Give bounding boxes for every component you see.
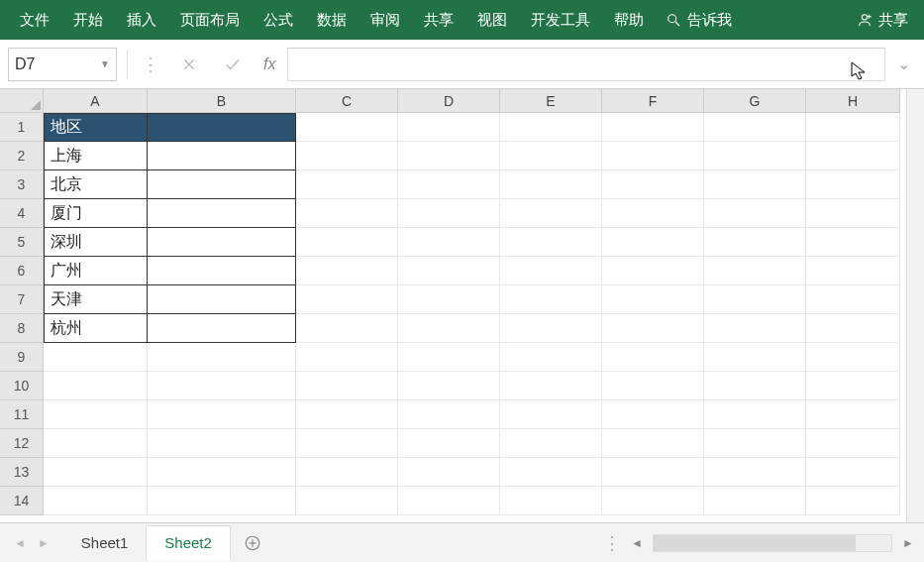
cell-E7[interactable] (500, 285, 602, 314)
cell-C5[interactable] (296, 228, 398, 257)
enter-formula-button[interactable] (214, 48, 252, 81)
row-header-8[interactable]: 8 (0, 314, 44, 343)
col-header-B[interactable]: B (148, 89, 296, 113)
cell-F11[interactable] (602, 400, 704, 429)
share-button[interactable]: 共享 (849, 11, 916, 30)
cell-C6[interactable] (296, 257, 398, 285)
row-header-7[interactable]: 7 (0, 285, 44, 314)
cell-B6[interactable] (148, 257, 296, 285)
row-header-9[interactable]: 9 (0, 343, 44, 372)
cell-C7[interactable] (296, 285, 398, 314)
cell-F8[interactable] (602, 314, 704, 343)
cell-E2[interactable] (500, 142, 602, 170)
cell-A9[interactable] (44, 343, 148, 372)
cell-D6[interactable] (398, 257, 500, 285)
sheet-nav-prev-icon[interactable]: ◄ (10, 532, 30, 554)
formula-input[interactable] (287, 48, 885, 81)
sheet-nav-next-icon[interactable]: ► (34, 532, 53, 554)
horizontal-scrollbar[interactable] (653, 534, 892, 552)
menu-view[interactable]: 视图 (465, 3, 519, 38)
cell-B7[interactable] (148, 285, 296, 314)
cell-C1[interactable] (296, 113, 398, 142)
hscroll-left-icon[interactable]: ◄ (627, 536, 647, 550)
cell-B13[interactable] (148, 458, 296, 487)
hscroll-right-icon[interactable]: ► (898, 536, 918, 550)
cell-G5[interactable] (704, 228, 806, 257)
cell-B12[interactable] (148, 429, 296, 458)
cell-H7[interactable] (806, 285, 900, 314)
col-header-F[interactable]: F (602, 89, 704, 113)
cell-C14[interactable] (296, 487, 398, 515)
cell-F14[interactable] (602, 487, 704, 515)
cell-G11[interactable] (704, 400, 806, 429)
cell-A1[interactable]: 地区 (44, 113, 148, 142)
menu-devtools[interactable]: 开发工具 (519, 3, 602, 38)
row-header-14[interactable]: 14 (0, 487, 44, 515)
formula-bar-expand-icon[interactable]: ⌄ (891, 55, 916, 73)
cell-C9[interactable] (296, 343, 398, 372)
col-header-D[interactable]: D (398, 89, 500, 113)
cell-E14[interactable] (500, 487, 602, 515)
cell-G2[interactable] (704, 142, 806, 170)
row-header-3[interactable]: 3 (0, 170, 44, 199)
sheet-tab-sheet1[interactable]: Sheet1 (63, 526, 148, 559)
cell-A12[interactable] (44, 429, 148, 458)
cell-D3[interactable] (398, 170, 500, 199)
cell-B3[interactable] (148, 170, 296, 199)
cell-D1[interactable] (398, 113, 500, 142)
cell-A7[interactable]: 天津 (44, 285, 148, 314)
cell-G3[interactable] (704, 170, 806, 199)
cell-A3[interactable]: 北京 (44, 170, 148, 199)
cell-H8[interactable] (806, 314, 900, 343)
cell-B11[interactable] (148, 400, 296, 429)
row-header-5[interactable]: 5 (0, 228, 44, 257)
menu-home[interactable]: 开始 (61, 3, 115, 38)
menu-file[interactable]: 文件 (8, 3, 61, 38)
cell-A8[interactable]: 杭州 (44, 314, 148, 343)
cell-H1[interactable] (806, 113, 900, 142)
row-header-1[interactable]: 1 (0, 113, 44, 142)
cell-C12[interactable] (296, 429, 398, 458)
cell-G10[interactable] (704, 372, 806, 400)
cell-F5[interactable] (602, 228, 704, 257)
formula-bar-options-icon[interactable]: ⋮ (138, 54, 164, 75)
name-box-dropdown-icon[interactable]: ▼ (100, 58, 110, 69)
row-header-4[interactable]: 4 (0, 199, 44, 228)
cell-F10[interactable] (602, 372, 704, 400)
cell-A4[interactable]: 厦门 (44, 199, 148, 228)
cell-H9[interactable] (806, 343, 900, 372)
cell-H13[interactable] (806, 458, 900, 487)
menu-pagelayout[interactable]: 页面布局 (168, 3, 252, 38)
sheet-tab-sheet2[interactable]: Sheet2 (147, 525, 231, 561)
cell-D8[interactable] (398, 314, 500, 343)
menu-help[interactable]: 帮助 (602, 3, 656, 38)
cell-E13[interactable] (500, 458, 602, 487)
cell-G8[interactable] (704, 314, 806, 343)
cell-H3[interactable] (806, 170, 900, 199)
cell-D5[interactable] (398, 228, 500, 257)
cell-F12[interactable] (602, 429, 704, 458)
cell-A13[interactable] (44, 458, 148, 487)
row-header-13[interactable]: 13 (0, 458, 44, 487)
cell-H6[interactable] (806, 257, 900, 285)
cell-A14[interactable] (44, 487, 148, 515)
cell-D9[interactable] (398, 343, 500, 372)
cell-G6[interactable] (704, 257, 806, 285)
cell-E12[interactable] (500, 429, 602, 458)
cell-F2[interactable] (602, 142, 704, 170)
cell-A6[interactable]: 广州 (44, 257, 148, 285)
cell-C13[interactable] (296, 458, 398, 487)
cell-D10[interactable] (398, 372, 500, 400)
menu-share-tab[interactable]: 共享 (412, 3, 465, 38)
cell-H5[interactable] (806, 228, 900, 257)
cell-E4[interactable] (500, 199, 602, 228)
cell-D2[interactable] (398, 142, 500, 170)
cell-B1[interactable] (148, 113, 296, 142)
select-all-corner[interactable] (0, 89, 44, 113)
cell-B10[interactable] (148, 372, 296, 400)
cell-D14[interactable] (398, 487, 500, 515)
cell-G4[interactable] (704, 199, 806, 228)
cell-F9[interactable] (602, 343, 704, 372)
cell-H12[interactable] (806, 429, 900, 458)
row-header-6[interactable]: 6 (0, 257, 44, 285)
